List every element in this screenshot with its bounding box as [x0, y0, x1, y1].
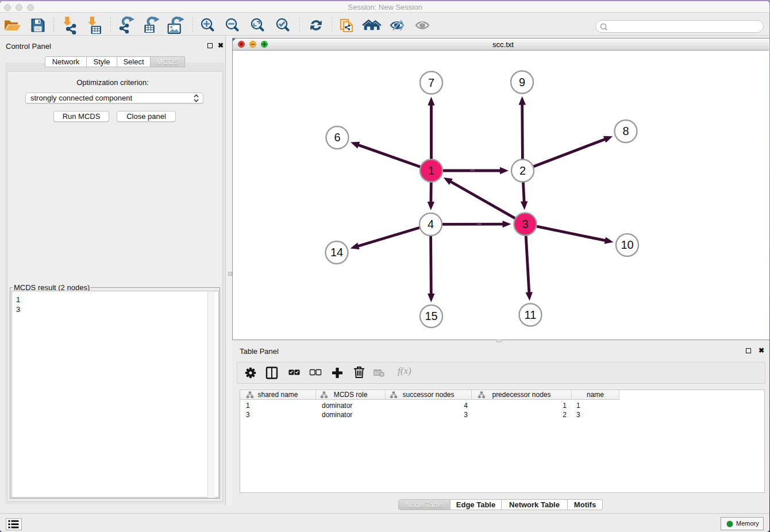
svg-text:15: 15: [425, 310, 437, 322]
svg-text:8: 8: [622, 125, 629, 137]
svg-text:1: 1: [428, 164, 434, 177]
svg-text:10: 10: [621, 238, 633, 251]
svg-text:6: 6: [334, 131, 340, 144]
svg-text:11: 11: [525, 309, 537, 321]
svg-text:4: 4: [428, 218, 434, 230]
svg-text:2: 2: [519, 164, 526, 177]
svg-text:7: 7: [428, 76, 434, 89]
svg-text:3: 3: [522, 218, 528, 230]
svg-text:14: 14: [330, 246, 343, 259]
svg-text:9: 9: [519, 76, 525, 88]
